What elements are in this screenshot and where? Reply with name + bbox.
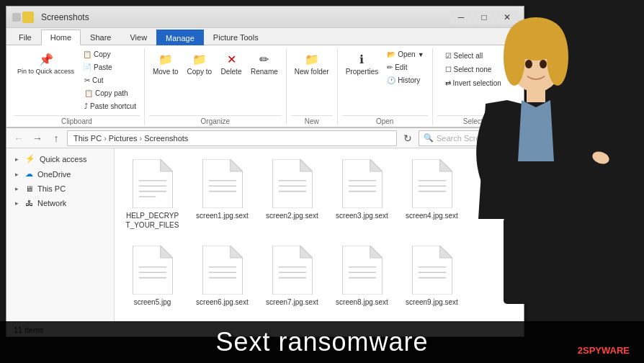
file-item[interactable]: screen8.jpg.sext — [331, 242, 393, 310]
folder-icon-title — [22, 12, 34, 23]
clipboard-sub: ✂ Cut 📋 Copy path ⤴ Paste shortcut — [79, 74, 140, 112]
move-to-button[interactable]: 📁 Move to — [149, 48, 182, 78]
file-icon-8 — [342, 246, 383, 295]
properties-button[interactable]: ℹ Properties — [342, 48, 383, 78]
sidebar-item-network[interactable]: ▸ 🖧 Network — [6, 196, 114, 210]
file-icon-3 — [342, 159, 383, 208]
clipboard-group: 📌 Pin to Quick access 📋 Copy 📄 Paste ✂ — [9, 48, 145, 125]
tab-manage[interactable]: Manage — [156, 30, 204, 45]
move-to-icon: 📁 — [157, 50, 174, 68]
svg-rect-63 — [541, 218, 568, 304]
new-group: 📁 New folder New — [287, 48, 338, 125]
refresh-button[interactable]: ↻ — [400, 131, 416, 145]
svg-marker-37 — [300, 246, 312, 258]
clipboard-label: Clipboard — [14, 115, 140, 125]
this-pc-icon: 🖥 — [25, 184, 33, 193]
file-icon-7 — [272, 246, 313, 295]
pin-icon: 📌 — [37, 50, 55, 68]
window-title: Screenshots — [41, 12, 89, 22]
copy-path-button[interactable]: 📋 Copy path — [81, 87, 140, 99]
file-item[interactable]: screen3.jpg.sext — [331, 156, 393, 233]
expand-icon: ▸ — [12, 184, 21, 193]
file-name-8: screen8.jpg.sext — [336, 297, 388, 307]
title-bar: Screenshots ─ □ ✕ — [6, 6, 524, 28]
forward-button[interactable]: → — [30, 131, 45, 145]
bottom-banner: Sext ransomware 2SPYWARE — [0, 321, 644, 363]
svg-point-64 — [525, 60, 532, 68]
tab-view[interactable]: View — [120, 29, 156, 45]
svg-point-59 — [547, 28, 568, 86]
svg-point-65 — [540, 60, 547, 68]
tab-home[interactable]: Home — [41, 30, 81, 45]
paste-shortcut-button[interactable]: ⤴ Paste shortcut — [81, 100, 140, 112]
explorer-window: Screenshots ─ □ ✕ File Home Share View M… — [6, 6, 524, 337]
new-label: New — [291, 115, 333, 125]
network-icon: 🖧 — [25, 199, 33, 207]
paste-icon: 📄 — [83, 63, 91, 71]
file-item[interactable]: screen2.jpg.sext — [261, 156, 323, 233]
file-name-1: screen1.jpg.sext — [196, 211, 249, 220]
onedrive-icon: ☁ — [25, 169, 33, 179]
main-area: ▸ ⚡ Quick access ▸ ☁ OneDrive ▸ 🖥 This P… — [6, 148, 524, 322]
file-item[interactable]: screen7.jpg.sext — [261, 242, 323, 310]
clipboard-actions: 📋 Copy 📄 Paste ✂ Cut 📋 — [79, 48, 140, 112]
file-item[interactable]: screen6.jpg.sext — [192, 242, 253, 310]
tab-share[interactable]: Share — [81, 29, 120, 45]
edit-button[interactable]: ✏ Edit — [383, 61, 427, 73]
file-icon-9 — [412, 246, 452, 295]
svg-rect-60 — [527, 88, 545, 102]
open-button[interactable]: 📂 Open ▼ — [383, 48, 427, 60]
copy-to-icon: 📁 — [191, 50, 208, 68]
tab-picture-tools[interactable]: Picture Tools — [204, 29, 268, 45]
delete-button[interactable]: ✕ Delete — [217, 48, 246, 78]
copy-button[interactable]: 📋 Copy — [79, 48, 140, 60]
banner-title: Sext ransomware — [215, 327, 428, 357]
history-icon: 🕐 — [387, 76, 395, 84]
file-item[interactable]: screen5.jpg — [122, 242, 183, 310]
sidebar-item-onedrive[interactable]: ▸ ☁ OneDrive — [6, 166, 114, 182]
rename-button[interactable]: ✏ Rename — [247, 48, 282, 78]
app-icon — [12, 13, 21, 22]
copy-to-button[interactable]: 📁 Copy to — [184, 48, 215, 78]
sidebar-item-quick-access[interactable]: ▸ ⚡ Quick access — [6, 151, 114, 166]
person-svg — [450, 17, 622, 320]
clipboard-content: 📌 Pin to Quick access 📋 Copy 📄 Paste ✂ — [14, 48, 140, 112]
file-name-2: screen2.jpg.sext — [266, 211, 318, 220]
new-folder-button[interactable]: 📁 New folder — [291, 48, 333, 78]
title-bar-icons — [12, 12, 34, 23]
file-item[interactable]: screen1.jpg.sext — [192, 156, 253, 233]
cut-button[interactable]: ✂ Cut — [81, 74, 140, 86]
svg-marker-7 — [230, 159, 242, 171]
back-button[interactable]: ← — [11, 131, 27, 145]
pin-to-quick-access-button[interactable]: 📌 Pin to Quick access — [14, 48, 78, 77]
brand-logo: 2SPYWARE — [578, 345, 630, 356]
open-label: Open — [342, 115, 428, 125]
svg-marker-32 — [230, 246, 242, 258]
file-name-7: screen7.jpg.sext — [266, 297, 318, 307]
path-thispc: This PC — [73, 134, 102, 143]
file-icon-5 — [133, 246, 173, 295]
svg-marker-27 — [160, 246, 172, 258]
file-icon-1 — [202, 159, 243, 208]
file-item[interactable]: HELP_DECRYPT_YOUR_FILES — [122, 156, 183, 233]
svg-marker-1 — [160, 159, 172, 171]
up-button[interactable]: ↑ — [48, 131, 64, 145]
svg-marker-42 — [370, 246, 382, 258]
file-icon-2 — [272, 159, 313, 208]
paste-button[interactable]: 📄 Paste — [79, 61, 140, 73]
quick-access-icon: ⚡ — [25, 154, 35, 163]
sidebar: ▸ ⚡ Quick access ▸ ☁ OneDrive ▸ 🖥 This P… — [6, 148, 115, 322]
expand-icon: ▸ — [12, 170, 21, 179]
organize-label: Organize — [149, 115, 282, 125]
open-actions: 📂 Open ▼ ✏ Edit 🕐 History — [383, 48, 427, 86]
address-path[interactable]: This PC › Pictures › Screenshots — [67, 130, 397, 146]
file-name-0: HELP_DECRYPT_YOUR_FILES — [125, 211, 179, 230]
tab-file[interactable]: File — [9, 29, 41, 45]
sidebar-item-this-pc[interactable]: ▸ 🖥 This PC — [6, 182, 114, 196]
open-icon: 📂 — [387, 50, 395, 58]
svg-point-58 — [504, 28, 525, 86]
file-name-6: screen6.jpg.sext — [196, 297, 249, 307]
history-button[interactable]: 🕐 History — [383, 74, 427, 86]
organize-content: 📁 Move to 📁 Copy to ✕ Delete ✏ Rename — [149, 48, 282, 112]
delete-icon: ✕ — [223, 50, 240, 68]
